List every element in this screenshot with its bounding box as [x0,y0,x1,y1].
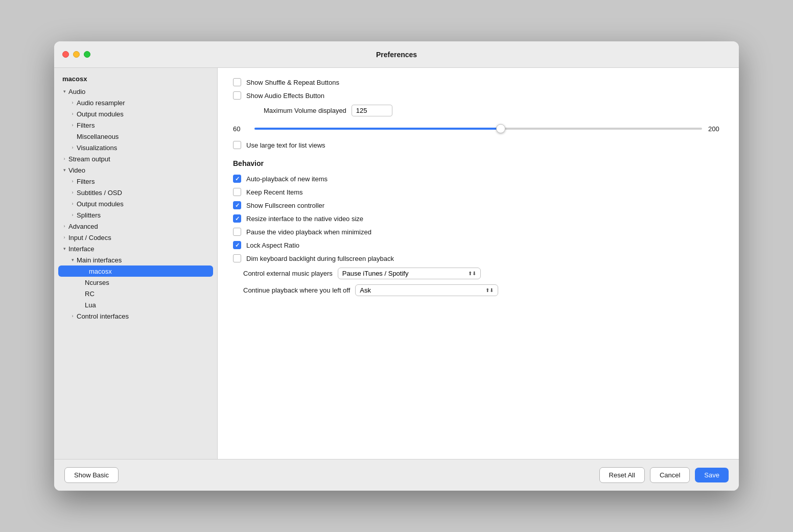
lock-aspect-checkbox[interactable] [233,241,241,249]
sidebar-item-main-interfaces[interactable]: ▾ Main interfaces [54,254,217,265]
titlebar: Preferences [54,41,739,68]
pause-minimized-label: Pause the video playback when minimized [246,228,371,236]
preferences-window: Preferences macosx ▾ Audio › Audio resam… [54,41,739,491]
sidebar-item-audio-resampler[interactable]: › Audio resampler [54,97,217,108]
slider-thumb[interactable] [496,124,505,133]
chevron-right-icon: › [60,155,68,163]
show-basic-button[interactable]: Show Basic [64,467,119,483]
max-volume-input[interactable] [352,105,392,116]
sidebar-item-label: Audio resampler [77,99,213,107]
auto-playback-label: Auto-playback of new items [246,175,328,183]
sidebar-item-video-output-modules[interactable]: › Output modules [54,198,217,209]
sidebar-item-label: Advanced [68,223,213,230]
chevron-down-icon: ▾ [60,166,68,174]
spacer-icon [68,132,77,140]
sidebar-item-output-modules[interactable]: › Output modules [54,108,217,119]
shuffle-repeat-checkbox[interactable] [233,78,241,86]
sidebar-item-label: Control interfaces [77,312,213,320]
dim-keyboard-label: Dim keyboard backlight during fullscreen… [246,255,394,262]
sidebar-item-input-codecs[interactable]: › Input / Codecs [54,232,217,243]
max-volume-row: Maximum Volume displayed [233,105,724,116]
chevron-right-icon: › [68,143,77,152]
audio-effects-row: Show Audio Effects Button [233,91,724,100]
fullscreen-controller-row: Show Fullscreen controller [233,201,724,209]
sidebar-item-label: Lua [85,301,213,309]
sidebar-item-label: Output modules [77,110,213,118]
large-text-checkbox[interactable] [233,141,241,149]
traffic-lights [62,51,90,58]
chevron-down-icon: ▾ [60,87,68,95]
volume-slider[interactable] [254,124,702,134]
sidebar-item-label: Filters [77,178,213,185]
sidebar-item-rc[interactable]: RC [54,288,217,299]
sidebar-item-label: Visualizations [77,144,213,152]
pause-minimized-row: Pause the video playback when minimized [233,228,724,236]
audio-effects-checkbox[interactable] [233,91,241,100]
sidebar-item-video[interactable]: ▾ Video [54,164,217,176]
sidebar-item-label: Splitters [77,211,213,219]
sidebar-item-advanced[interactable]: › Advanced [54,221,217,232]
continue-playback-value: Ask [360,286,371,294]
sidebar: macosx ▾ Audio › Audio resampler › Outpu… [54,68,218,459]
continue-playback-label: Continue playback where you left off [243,286,350,294]
control-music-row: Control external music players Pause iTu… [233,268,724,279]
auto-playback-checkbox[interactable] [233,175,241,183]
large-text-row: Use large text for list views [233,141,724,149]
sidebar-item-macosx[interactable]: macosx [58,265,213,277]
sidebar-item-label: RC [85,290,213,298]
keep-recent-label: Keep Recent Items [246,188,303,196]
chevron-down-icon: ▾ [60,245,68,253]
sidebar-item-interface[interactable]: ▾ Interface [54,243,217,254]
lock-aspect-row: Lock Aspect Ratio [233,241,724,249]
sidebar-item-label: Video [68,166,213,174]
pause-minimized-checkbox[interactable] [233,228,241,236]
sidebar-item-label: Stream output [68,155,213,163]
continue-playback-select[interactable]: Ask ⬆⬇ [355,284,498,296]
sidebar-item-label: Output modules [77,200,213,208]
minimize-button[interactable] [73,51,80,58]
chevron-right-icon: › [60,233,68,241]
resize-native-checkbox[interactable] [233,214,241,223]
reset-all-button[interactable]: Reset All [599,467,645,483]
sidebar-item-label: Input / Codecs [68,234,213,241]
control-music-select[interactable]: Pause iTunes / Spotify ⬆⬇ [338,268,481,279]
chevron-right-icon: › [68,200,77,208]
sidebar-item-control-interfaces[interactable]: › Control interfaces [54,310,217,322]
window-title: Preferences [376,51,417,59]
fullscreen-controller-checkbox[interactable] [233,201,241,209]
chevron-updown-icon: ⬆⬇ [485,287,494,293]
chevron-updown-icon: ⬆⬇ [468,271,476,276]
save-button[interactable]: Save [695,468,729,482]
dim-keyboard-checkbox[interactable] [233,254,241,262]
maximize-button[interactable] [84,51,90,58]
chevron-right-icon: › [68,110,77,118]
keep-recent-checkbox[interactable] [233,188,241,196]
chevron-right-icon: › [68,211,77,219]
dim-keyboard-row: Dim keyboard backlight during fullscreen… [233,254,724,262]
slider-min-label: 60 [233,125,248,133]
sidebar-item-video-filters[interactable]: › Filters [54,176,217,187]
sidebar-item-splitters[interactable]: › Splitters [54,209,217,221]
slider-max-label: 200 [708,125,724,133]
sidebar-item-ncurses[interactable]: Ncurses [54,277,217,288]
sidebar-item-subtitles-osd[interactable]: › Subtitles / OSD [54,187,217,198]
sidebar-item-label: Interface [68,245,213,253]
continue-playback-row: Continue playback where you left off Ask… [233,284,724,296]
chevron-right-icon: › [68,177,77,185]
sidebar-item-audio[interactable]: ▾ Audio [54,86,217,97]
sidebar-item-lua[interactable]: Lua [54,299,217,310]
sidebar-item-filters[interactable]: › Filters [54,119,217,131]
cancel-button[interactable]: Cancel [650,467,690,483]
spacer-icon [77,301,85,309]
volume-slider-row: 60 200 [233,124,724,134]
sidebar-item-miscellaneous[interactable]: Miscellaneous [54,131,217,142]
sidebar-item-stream-output[interactable]: › Stream output [54,153,217,164]
main-content: macosx ▾ Audio › Audio resampler › Outpu… [54,68,739,459]
spacer-icon [81,267,89,275]
slider-track [254,128,702,130]
sidebar-item-visualizations[interactable]: › Visualizations [54,142,217,153]
sidebar-item-label: Audio [68,88,213,95]
shuffle-repeat-row: Show Shuffle & Repeat Buttons [233,78,724,86]
close-button[interactable] [62,51,69,58]
control-music-label: Control external music players [243,270,333,277]
